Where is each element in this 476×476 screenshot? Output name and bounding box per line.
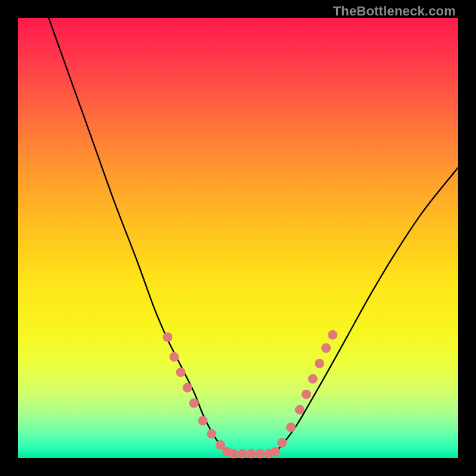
data-point [302,390,311,399]
data-point [183,383,192,393]
data-point [328,330,337,340]
data-point [170,352,179,362]
data-point [246,449,256,459]
data-point [321,343,331,353]
data-point [189,399,199,408]
data-point [198,416,208,425]
data-point [237,449,247,459]
watermark-text: TheBottleneck.com [333,4,456,19]
curve-layer [18,18,458,458]
data-point [295,405,305,415]
data-point [277,438,287,447]
chart-stage: TheBottleneck.com [0,0,476,476]
data-point [163,333,173,342]
data-point [271,447,280,456]
bottleneck-curve [49,18,458,455]
data-point [286,422,296,432]
data-point [308,374,318,384]
data-point [315,359,324,368]
data-point [255,449,265,459]
data-point [207,429,217,439]
data-point [176,368,186,377]
plot-area [18,18,458,458]
data-point [229,449,239,459]
marker-group [163,330,337,459]
